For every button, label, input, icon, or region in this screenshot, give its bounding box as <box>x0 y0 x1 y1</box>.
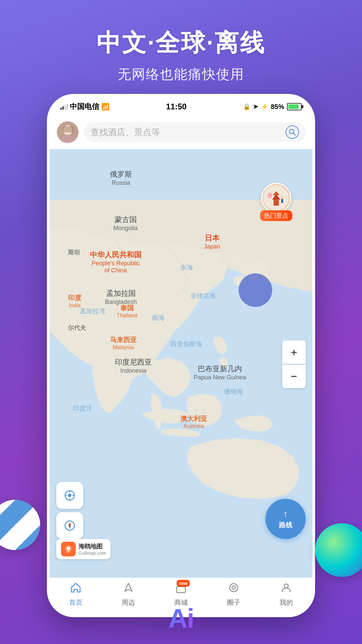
battery-icon <box>287 103 302 110</box>
map-area[interactable]: 俄罗斯 Russia 蒙古国 Mongolia 中华人民共和国 People's… <box>50 149 312 579</box>
mine-label: 我的 <box>280 598 293 607</box>
circle-icon <box>228 582 239 596</box>
svg-point-24 <box>69 525 70 526</box>
nav-mine[interactable]: 我的 <box>280 582 293 607</box>
app-logo-text: 海鸥地图 Gullmap.com <box>78 542 106 556</box>
hotspot-badge[interactable]: 热门景点 <box>260 183 292 221</box>
app-logo-name: 海鸥地图 <box>78 542 106 550</box>
ai-logo-area: Ai <box>168 603 194 634</box>
search-icon[interactable] <box>286 125 299 139</box>
zoom-out-button[interactable]: − <box>282 365 306 388</box>
route-label: 路线 <box>279 521 292 530</box>
home-label: 首页 <box>69 598 82 607</box>
nearby-icon <box>123 582 134 596</box>
decorative-ball-striped <box>0 500 40 550</box>
svg-line-5 <box>293 133 296 136</box>
header-subtitle: 无网络也能痛快使用 <box>0 65 362 84</box>
nav-nearby[interactable]: 周边 <box>122 582 135 607</box>
phone-mockup: 中国电信 📶 11:50 🔒 ➤ ⚡ 85% <box>47 94 315 617</box>
avatar[interactable] <box>56 121 79 144</box>
lock-icon: 🔒 <box>243 103 250 110</box>
ai-text: Ai <box>168 603 194 633</box>
wifi-icon: 📶 <box>101 103 110 111</box>
signal-bar-4 <box>66 104 68 110</box>
nearby-label: 周边 <box>122 598 135 607</box>
hotspot-tag: 热门景点 <box>260 210 292 221</box>
svg-rect-27 <box>177 587 185 593</box>
search-placeholder: 查找酒店、景点等 <box>90 126 282 138</box>
bluetooth-icon: ⚡ <box>261 103 268 110</box>
signal-bars <box>60 104 68 110</box>
svg-point-28 <box>230 584 238 592</box>
svg-point-16 <box>68 494 71 497</box>
route-button[interactable]: ↑ 路线 <box>265 499 306 539</box>
home-icon <box>70 582 81 596</box>
location-dot <box>239 273 272 307</box>
circle-label: 圈子 <box>227 598 240 607</box>
shop-badge: new <box>177 580 190 587</box>
signal-bar-2 <box>62 106 64 110</box>
svg-point-13 <box>281 196 284 199</box>
nav-circle[interactable]: 圈子 <box>227 582 240 607</box>
svg-point-30 <box>284 584 288 588</box>
decorative-ball-green <box>315 523 362 577</box>
svg-rect-14 <box>281 199 283 203</box>
status-bar: 中国电信 📶 11:50 🔒 ➤ ⚡ 85% <box>50 97 312 117</box>
location-target-button[interactable] <box>56 482 83 509</box>
signal-bar-1 <box>60 108 62 110</box>
location-buttons <box>56 482 83 539</box>
compass-button[interactable] <box>56 512 83 539</box>
svg-rect-8 <box>274 200 279 206</box>
svg-rect-3 <box>63 126 74 132</box>
search-bar-container: 查找酒店、景点等 <box>50 117 312 149</box>
avatar-image <box>57 121 78 143</box>
app-logo-url: Gullmap.com <box>78 550 106 556</box>
map-controls: + − <box>282 340 306 388</box>
app-logo: 海鸥地图 Gullmap.com <box>56 539 111 559</box>
status-right: 🔒 ➤ ⚡ 85% <box>243 103 302 111</box>
carrier-label: 中国电信 <box>70 102 99 112</box>
battery-percent: 85% <box>271 103 284 111</box>
svg-point-29 <box>232 586 235 589</box>
status-left: 中国电信 📶 <box>60 102 110 112</box>
signal-bar-3 <box>64 105 66 110</box>
clock: 11:50 <box>166 102 186 111</box>
mine-icon <box>281 582 292 596</box>
route-arrow-icon: ↑ <box>283 508 288 519</box>
header-area: 中文·全球·离线 无网络也能痛快使用 <box>0 0 362 97</box>
battery-fill <box>288 104 299 109</box>
app-logo-icon <box>61 542 76 556</box>
header-title: 中文·全球·离线 <box>0 27 362 59</box>
svg-point-26 <box>67 547 70 550</box>
nav-home[interactable]: 首页 <box>69 582 82 607</box>
location-icon: ➤ <box>253 103 258 110</box>
hotspot-circle <box>261 183 291 213</box>
zoom-in-button[interactable]: + <box>282 340 306 364</box>
svg-point-12 <box>268 193 272 197</box>
search-input-box[interactable]: 查找酒店、景点等 <box>84 122 306 142</box>
